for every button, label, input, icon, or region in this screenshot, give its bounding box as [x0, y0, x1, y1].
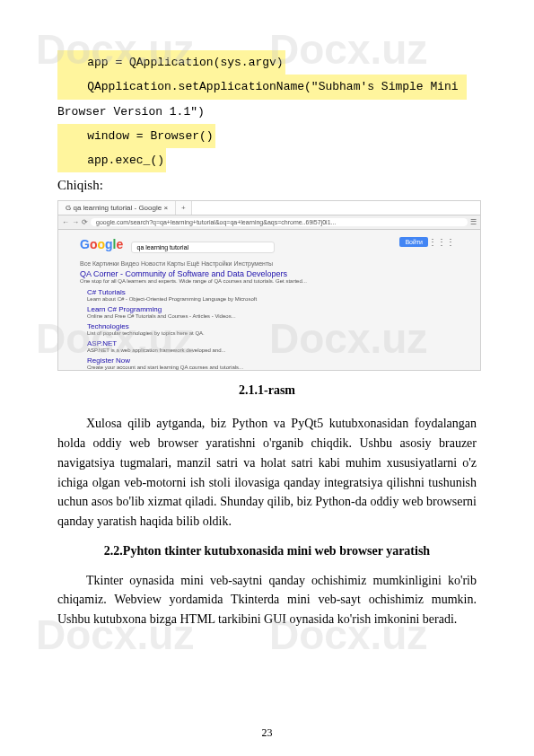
code-block: app = QApplication(sys.argv) QApplicatio… [57, 50, 477, 172]
paragraph: Xulosa qilib aytganda, biz Python va PyQ… [57, 414, 477, 531]
result-title: Register Now [87, 356, 459, 365]
section-heading: 2.2.Pyhton tkinter kutubxonasida mini we… [57, 544, 477, 558]
search-result: QA Corner - Community of Software and Da… [80, 269, 459, 285]
code-line: QApplication.setApplicationName("Subham'… [57, 75, 467, 99]
paragraph: Tkinter oynasida mini veb-saytni qanday … [57, 571, 477, 629]
result-desc: Learn about C# - Object-Oriented Program… [87, 296, 459, 303]
google-logo: Google [80, 237, 123, 251]
search-result: C# Tutorials Learn about C# - Object-Ori… [87, 288, 459, 303]
page-number: 23 [0, 726, 534, 740]
figure-caption: 2.1.1-rasm [57, 383, 477, 398]
code-line: app = QApplication(sys.argv) [57, 50, 285, 75]
browser-tab: G qa learning tutorial - Google × [58, 201, 176, 215]
result-desc: One stop for all QA learners and experts… [80, 278, 459, 285]
new-tab-icon: + [176, 201, 192, 215]
result-title: ASP.NET [87, 339, 459, 347]
code-line: app.exec_() [57, 148, 166, 172]
search-result: ASP.NET ASP.NET is a web application fra… [87, 339, 459, 354]
apps-icon: ⋮⋮⋮ [428, 237, 455, 247]
url-bar: google.com/search?q=qa+learning+tutorial… [91, 218, 468, 226]
search-tabs: Все Картинки Видео Новости Карты Ещё Нас… [80, 260, 459, 267]
back-icon: ← [62, 218, 69, 226]
result-desc: List of popular technologies by topics h… [87, 330, 459, 337]
code-line: Browser Version 1.1") [57, 105, 205, 119]
result-title: Technologies [87, 322, 459, 330]
search-result: Technologies List of popular technologie… [87, 322, 459, 337]
result-desc: Create your account and start learning Q… [87, 365, 459, 371]
reload-icon: ⟳ [82, 218, 88, 226]
browser-screenshot: G qa learning tutorial - Google ×+ ← → ⟳… [57, 200, 481, 371]
result-desc: Online and Free C# Tutorials and Courses… [87, 313, 459, 320]
code-line: window = Browser() [57, 124, 215, 148]
search-result: Learn C# Programming Online and Free C# … [87, 305, 459, 320]
output-label: Chiqish: [57, 178, 477, 193]
search-box: qa learning tutorial [131, 242, 275, 253]
search-result: Register Now Create your account and sta… [87, 356, 459, 371]
signin-button: Войти [399, 237, 428, 247]
result-desc: ASP.NET is a web application framework d… [87, 347, 459, 354]
forward-icon: → [72, 218, 79, 226]
result-title: QA Corner - Community of Software and Da… [80, 269, 459, 278]
menu-icon: ☰ [470, 218, 477, 226]
result-title: C# Tutorials [87, 288, 459, 296]
result-title: Learn C# Programming [87, 305, 459, 313]
